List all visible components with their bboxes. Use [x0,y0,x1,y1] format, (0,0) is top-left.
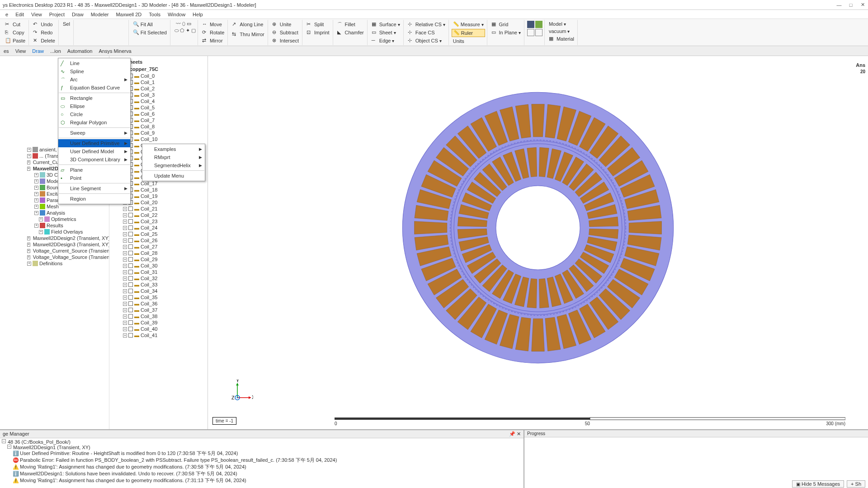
visibility-checkbox[interactable] [128,238,133,243]
mirror-button[interactable]: ⇄Mirror [201,37,226,44]
menu-draw[interactable]: Draw [68,11,87,18]
expand-icon[interactable]: + [39,230,43,234]
visibility-checkbox[interactable] [128,251,133,255]
model-dropdown[interactable]: Model ▾ [547,21,576,27]
coil-item[interactable]: +▬Coil_30 [109,263,208,269]
units-button[interactable]: Units [452,38,485,44]
toggle-icon[interactable] [527,29,534,36]
expand-icon[interactable]: + [27,236,30,240]
expand-icon[interactable]: + [123,251,127,255]
visibility-checkbox[interactable] [128,270,133,274]
expand-icon[interactable]: + [27,262,31,266]
menu-edit[interactable]: Edit [12,11,28,18]
grid-button[interactable]: ▦Grid [490,21,522,28]
menu-file[interactable]: e [2,11,12,18]
expand-icon[interactable]: + [123,258,127,262]
menu-project[interactable]: Project [46,11,68,18]
expand-icon[interactable]: + [123,283,127,287]
visibility-checkbox[interactable] [128,295,133,300]
tab-draw[interactable]: Draw [32,48,44,54]
menu-maxwell2d[interactable]: Maxwell 2D [112,11,145,18]
coil-item[interactable]: +▬Coil_35 [109,294,208,300]
tree-node[interactable]: +Definitions [0,260,109,267]
measure-button[interactable]: 📏Measure ▾ [452,21,485,28]
visibility-checkbox[interactable] [128,225,133,230]
tree-node[interactable]: +Voltage_Current_Source (Transient, XY) [0,248,109,254]
tree-node[interactable]: +Maxwell2DDesign2 (Transient, XY) [0,235,109,241]
menu-item-ellipse[interactable]: ⬭Ellipse [58,102,130,110]
surface-button[interactable]: ▦Surface ▾ [370,21,401,28]
visibility-checkbox[interactable] [128,289,133,293]
visibility-checkbox[interactable] [128,213,133,217]
coil-item[interactable]: +▬Coil_31 [109,269,208,275]
material-button[interactable]: ▦Material [547,35,576,42]
visibility-checkbox[interactable] [128,327,133,331]
expand-icon[interactable]: + [123,226,127,230]
fitsel-button[interactable]: 🔍Fit Selected [132,29,168,36]
toggle-icon[interactable] [527,21,534,28]
expand-icon[interactable]: + [27,167,30,171]
coil-item[interactable]: +▬Coil_28 [109,250,208,256]
tree-node[interactable]: +Mesh [0,203,109,210]
maximize-icon[interactable]: □ [848,2,854,8]
chamfer-button[interactable]: ◣Chamfer [336,29,365,36]
imprint-button[interactable]: ⊡Imprint [305,29,331,36]
coil-item[interactable]: +▬Coil_24 [109,225,208,231]
menu-tools[interactable]: Tools [145,11,164,18]
expand-icon[interactable]: + [123,232,127,236]
expand-icon[interactable]: + [34,205,38,209]
menu-item-point[interactable]: •Point [58,174,130,182]
viewport[interactable]: Ans20 X Y Z time = -1 0 50 300 (mm) [208,56,868,429]
cut-button[interactable]: ✂Cut [4,21,27,28]
tree-node[interactable]: +Optimetrics [0,216,109,222]
redo-button[interactable]: ↷Redo [32,29,57,36]
expand-icon[interactable]: + [123,333,127,338]
visibility-checkbox[interactable] [128,320,133,325]
tree-node[interactable]: +Field Overlays [0,229,109,235]
menu-window[interactable]: Window [164,11,189,18]
menu-item-rmxprt[interactable]: RMxprt▶ [142,153,205,161]
show-button[interactable]: + Sh [847,480,865,488]
shape-icon[interactable]: ✦ [186,28,190,33]
menu-modeler[interactable]: Modeler [87,11,113,18]
visibility-checkbox[interactable] [128,308,133,312]
visibility-checkbox[interactable] [128,244,133,249]
visibility-checkbox[interactable] [128,282,133,287]
shape-icon[interactable]: ▢ [191,28,196,33]
expand-icon[interactable]: + [123,296,127,300]
visibility-checkbox[interactable] [128,301,133,306]
expand-icon[interactable]: + [27,243,30,247]
toggle-icon[interactable] [535,29,542,36]
expand-icon[interactable]: + [34,198,38,202]
delete-button[interactable]: ✕Delete [32,37,57,44]
shape-icon[interactable]: ⬭ [175,28,179,33]
vacuum-dropdown[interactable]: vacuum ▾ [547,28,576,34]
visibility-checkbox[interactable] [128,263,133,268]
thrumirror-button[interactable]: ⇆Thru Mirror [231,31,265,38]
menu-view[interactable]: View [28,11,46,18]
shape-icon[interactable]: ⬠ [180,28,184,33]
tree-node[interactable]: +Voltage_Voltage_Source (Transient, XY) [0,254,109,260]
menu-item-line-segment[interactable]: Line Segment▶ [58,184,130,192]
copy-button[interactable]: ⎘Copy [4,29,27,36]
unite-button[interactable]: ⊕Unite [271,21,300,28]
expand-icon[interactable]: + [123,327,127,331]
coil-item[interactable]: +▬Coil_41 [109,332,208,338]
intersect-button[interactable]: ⊗Intersect [271,37,300,44]
ruler-button[interactable]: 📏Ruler [452,29,485,37]
expand-icon[interactable]: + [27,148,31,152]
tab-view[interactable]: View [15,48,26,54]
menu-item-spline[interactable]: ∿Spline [58,67,130,75]
expand-icon[interactable]: + [34,186,38,190]
expand-icon[interactable]: + [123,289,127,293]
minimize-icon[interactable]: — [836,2,842,8]
undo-button[interactable]: ↶Undo [32,21,57,28]
expand-icon[interactable]: + [27,249,30,253]
coil-item[interactable]: +▬Coil_33 [109,282,208,288]
shape-icon[interactable]: ▭ [187,21,191,27]
expand-icon[interactable]: + [123,270,127,274]
menu-item-region[interactable]: Region [58,195,130,203]
expand-icon[interactable]: + [34,179,38,183]
expand-icon[interactable]: + [34,211,38,215]
visibility-checkbox[interactable] [128,232,133,236]
